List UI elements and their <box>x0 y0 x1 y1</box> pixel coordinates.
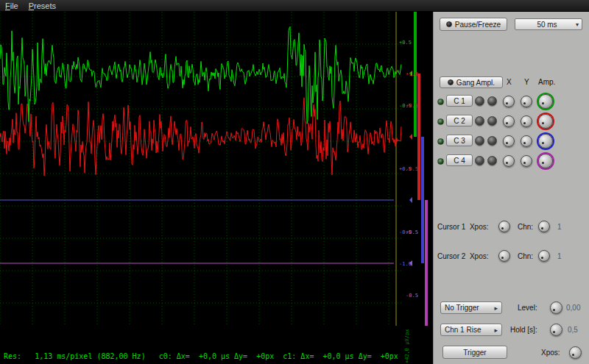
scale-per-pixel-label: +42,0 µV/px <box>404 326 410 363</box>
cursor-2-chn-knob[interactable] <box>538 250 550 262</box>
dropdown-arrow-icon: ▾ <box>576 21 579 28</box>
trigger-level-knob[interactable] <box>550 301 562 314</box>
trigger-mode-row: No Trigger ▸ Level: 0,00 <box>434 301 589 318</box>
menu-file-label: ile <box>10 1 18 10</box>
channel-2-led-icon <box>437 118 444 125</box>
cursor-1-chn-label: Chn: <box>518 223 533 231</box>
baseline-marker <box>409 134 412 140</box>
trigger-level-value: 0,00 <box>566 304 580 312</box>
timebase-value: 50 ms <box>518 21 576 29</box>
column-header-amp: Amp. <box>538 78 555 86</box>
gang-ampl-button[interactable]: Gang Ampl. <box>440 76 503 88</box>
cursor-1-chn-knob[interactable] <box>538 221 550 232</box>
channel-4-led-icon <box>437 158 444 165</box>
channel-4-y-knob[interactable] <box>521 155 532 167</box>
trigger-edge-row: Chn 1 Rise ▸ Hold [s]: 0,5 <box>434 324 589 340</box>
trigger-mode-button[interactable]: No Trigger ▸ <box>440 301 502 314</box>
cursor-1-chn-value: 1 <box>557 223 562 231</box>
pause-freeze-button[interactable]: Pause/Freeze <box>440 18 507 31</box>
scale-label: +0.5 <box>399 166 412 172</box>
channel-4-amp-knob[interactable] <box>538 154 553 168</box>
position-bar <box>417 74 420 200</box>
cursor-2-row: Cursor 2 Xpos: Chn: 1 <box>434 249 589 265</box>
trace-channel-2 <box>0 98 401 176</box>
menu-presets-mnemonic: P <box>29 1 34 10</box>
trigger-xpos-label: Xpos: <box>541 349 560 357</box>
channel-2-amp-knob[interactable] <box>538 114 553 129</box>
channel-3-option-button[interactable] <box>487 136 497 146</box>
scale-label: +1.0 <box>406 71 418 77</box>
channel-2-row: C 2 <box>434 113 589 130</box>
channel-1-led-icon <box>437 99 444 105</box>
channel-3-led-icon <box>437 138 444 145</box>
cursor-1-xpos-knob[interactable] <box>498 221 510 232</box>
scale-label: +0.5 <box>406 229 418 235</box>
channel-4-x-knob[interactable] <box>503 155 515 167</box>
cursor-2-chn-label: Chn: <box>518 252 533 260</box>
channel-3-button[interactable]: C 3 <box>446 135 473 146</box>
cursor-2-xpos-knob[interactable] <box>498 250 510 262</box>
channel-1-amp-knob[interactable] <box>538 94 553 109</box>
scale-label: +0.5 <box>406 103 418 109</box>
channel-1-option-button[interactable] <box>487 96 497 106</box>
menu-arrow-icon: ▸ <box>494 326 498 334</box>
gang-led-icon <box>448 79 454 85</box>
channel-4-option-button[interactable] <box>487 156 497 165</box>
trigger-edge-label: Chn 1 Rise <box>445 326 481 334</box>
channel-3-x-knob[interactable] <box>503 135 515 147</box>
column-header-y: Y <box>524 78 529 86</box>
trigger-hold-value: 0,5 <box>568 326 578 334</box>
channel-2-button[interactable]: C 2 <box>446 115 473 126</box>
menu-arrow-icon: ▸ <box>494 304 498 312</box>
channel-1-x-knob[interactable] <box>503 96 515 107</box>
channel-2-option-button[interactable] <box>487 116 497 126</box>
position-bar <box>421 137 424 263</box>
menu-presets-label: resets <box>34 1 56 10</box>
timebase-select[interactable]: 50 ms ▾ <box>515 18 582 30</box>
trigger-button[interactable]: Trigger <box>442 346 507 359</box>
menu-bar: File Presets <box>0 0 589 12</box>
menu-file-mnemonic: F <box>5 1 10 10</box>
trigger-xpos-knob[interactable] <box>569 346 582 359</box>
channel-2-y-knob[interactable] <box>521 115 532 127</box>
menu-file[interactable]: File <box>0 1 24 11</box>
channel-3-amp-knob[interactable] <box>538 134 553 149</box>
channel-1-y-knob[interactable] <box>521 96 532 107</box>
baseline-marker <box>409 197 412 203</box>
control-panel: Pause/Freeze 50 ms ▾ Gang Ampl. X Y Amp.… <box>433 12 589 364</box>
channel-1-row: C 1 <box>434 93 589 110</box>
pause-led-icon <box>446 21 452 27</box>
channel-4-button[interactable]: C 4 <box>446 154 473 166</box>
channel-3-y-knob[interactable] <box>521 135 532 147</box>
waveform-canvas[interactable]: +0.5-0.5+1.0+0.5-0.5+0.5-0.5-1.0+0.5-0.5 <box>0 12 433 326</box>
trigger-hold-label: Hold [s]: <box>510 326 537 334</box>
trigger-action-row: Trigger Xpos: <box>434 346 589 362</box>
column-header-x: X <box>507 78 512 86</box>
cursor-1-label: Cursor 1 Xpos: <box>437 223 488 231</box>
trigger-level-label: Level: <box>518 304 537 312</box>
channel-1-mode-button[interactable] <box>475 96 484 106</box>
position-bar <box>425 200 428 326</box>
status-line-resolution: Res: 1,13 ms/pixel (882,00 Hz) c0: Δx= +… <box>4 351 433 362</box>
channel-1-button[interactable]: C 1 <box>446 95 473 107</box>
channel-2-x-knob[interactable] <box>503 115 515 127</box>
cursor-2-chn-value: 1 <box>557 252 562 260</box>
trigger-edge-button[interactable]: Chn 1 Rise ▸ <box>440 324 502 336</box>
gang-ampl-label: Gang Ampl. <box>456 79 495 87</box>
trigger-mode-label: No Trigger <box>445 304 479 312</box>
pause-freeze-label: Pause/Freeze <box>455 21 501 29</box>
scale-label: -1.0 <box>399 261 412 267</box>
scope-display[interactable]: +0.5-0.5+1.0+0.5-0.5+0.5-0.5-1.0+0.5-0.5 <box>0 12 433 326</box>
cursor-1-row: Cursor 1 Xpos: Chn: 1 <box>434 219 589 235</box>
menu-presets[interactable]: Presets <box>24 1 61 11</box>
channel-4-row: C 4 <box>434 152 589 170</box>
channel-2-mode-button[interactable] <box>475 116 484 126</box>
channel-3-row: C 3 <box>434 132 589 150</box>
scale-label: +0.5 <box>399 40 412 46</box>
trigger-hold-knob[interactable] <box>550 324 562 336</box>
channel-3-mode-button[interactable] <box>475 136 484 146</box>
scale-label: -0.5 <box>406 293 418 299</box>
cursor-2-label: Cursor 2 Xpos: <box>437 252 488 260</box>
channel-4-mode-button[interactable] <box>475 156 484 165</box>
status-bar: Res: 1,13 ms/pixel (882,00 Hz) c0: Δx= +… <box>0 326 433 364</box>
